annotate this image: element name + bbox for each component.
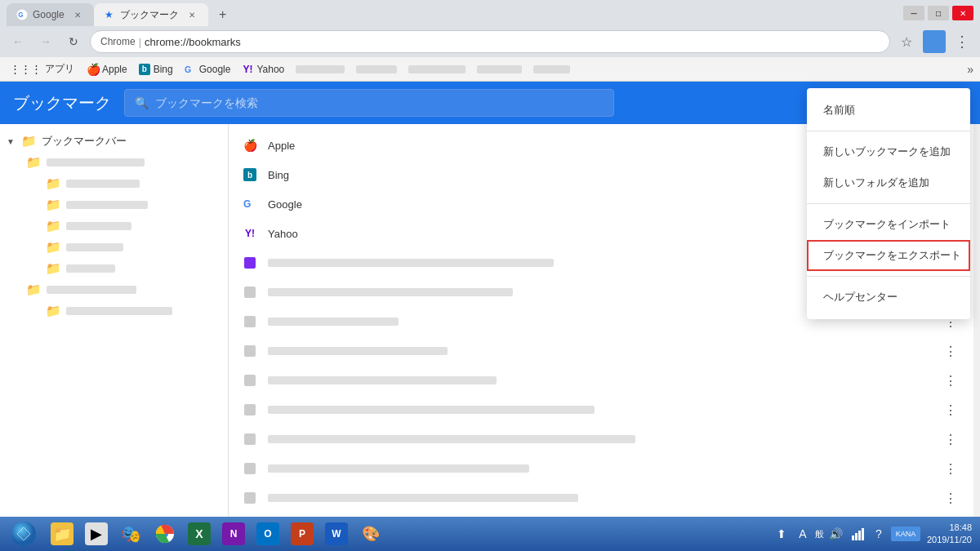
tab-bookmarks-close[interactable]: ✕ xyxy=(185,8,198,21)
maximize-button[interactable]: □ xyxy=(928,6,949,20)
bookmark-star-button[interactable]: ☆ xyxy=(895,30,918,53)
svg-rect-9 xyxy=(858,531,861,540)
menu-divider1 xyxy=(807,131,970,131)
blurred2-icon xyxy=(242,284,258,300)
yahoo-bar-icon: Y! xyxy=(242,64,253,75)
svg-rect-8 xyxy=(855,533,858,540)
address-protocol: Chrome xyxy=(100,36,136,47)
sub-folder-icon2: 📁 xyxy=(46,176,61,191)
list-item-blurred7[interactable]: ⋮ xyxy=(229,424,973,454)
clock-time: 18:48 xyxy=(927,522,972,534)
search-input[interactable] xyxy=(155,96,604,109)
sidebar-sub-item7[interactable]: 📁 xyxy=(0,279,228,300)
powerpoint-icon: P xyxy=(291,522,314,545)
apps-button[interactable]: ⋮⋮⋮ アプリ xyxy=(7,60,78,78)
bookmarks-bar-more[interactable]: » xyxy=(967,63,973,76)
taskbar-onenote[interactable]: N xyxy=(217,519,250,549)
new-tab-button[interactable]: + xyxy=(212,3,234,26)
menu-sort[interactable]: 名前順 xyxy=(807,95,970,126)
bm-bar-blurred5[interactable] xyxy=(528,64,575,75)
blurred8-menu[interactable]: ⋮ xyxy=(941,459,960,478)
list-item-blurred8[interactable]: ⋮ xyxy=(229,454,973,483)
clock-date: 2019/11/20 xyxy=(927,534,972,546)
tray-icon3: 🔊 xyxy=(827,525,845,543)
taskbar-media[interactable]: ▶ xyxy=(80,519,113,549)
folder-icon: 📁 xyxy=(21,134,37,149)
extension-icon[interactable] xyxy=(923,30,946,53)
ime-indicator[interactable]: KANA xyxy=(891,527,920,541)
list-item-blurred9[interactable]: ⋮ xyxy=(229,483,973,513)
bm-bar-blurred1[interactable] xyxy=(291,64,350,75)
close-button[interactable]: ✕ xyxy=(952,6,973,20)
yahoo-list-icon: Y! xyxy=(242,225,258,242)
sidebar-sub-item8[interactable]: 📁 xyxy=(0,300,228,322)
minimize-button[interactable]: ─ xyxy=(903,6,924,20)
address-bar[interactable]: Chrome | chrome://bookmarks xyxy=(90,30,890,53)
taskbar-excel[interactable]: X xyxy=(183,519,216,549)
sidebar-sub-item1[interactable]: 📁 xyxy=(0,152,228,173)
tab-google-close[interactable]: ✕ xyxy=(71,8,84,21)
tab-bookmarks[interactable]: ★ ブックマーク ✕ xyxy=(94,3,208,26)
sub-folder-icon3: 📁 xyxy=(46,198,61,212)
google-tab-icon: G xyxy=(16,9,28,20)
sidebar-top-label: ブックマークバー xyxy=(42,134,127,149)
blurred9-icon xyxy=(242,490,258,506)
apple-bar-icon: 🍎 xyxy=(87,64,99,75)
sidebar-sub-item2[interactable]: 📁 xyxy=(0,173,228,194)
chrome-icon xyxy=(154,522,176,545)
bm-bar-google[interactable]: G Google xyxy=(180,62,236,77)
forward-button[interactable]: → xyxy=(34,30,57,53)
menu-export[interactable]: ブックマークをエクスポート xyxy=(807,240,970,271)
sub-folder-icon5: 📁 xyxy=(46,240,61,255)
tab-google[interactable]: G Google ✕ xyxy=(7,3,94,26)
taskbar-app1[interactable]: 🎭 xyxy=(114,519,147,549)
taskbar-word[interactable]: W xyxy=(320,519,353,549)
blurred8-icon xyxy=(242,460,258,477)
bm-bar-blurred2[interactable] xyxy=(351,64,402,75)
taskbar-chrome[interactable] xyxy=(149,519,181,549)
paint-icon: 🎨 xyxy=(359,522,382,545)
bm-bar-apple[interactable]: 🍎 Apple xyxy=(82,62,132,77)
google-list-icon: G xyxy=(242,196,258,212)
title-bar: G Google ✕ ★ ブックマーク ✕ + ─ □ ✕ xyxy=(0,0,980,26)
menu-add-folder[interactable]: 新しいフォルダを追加 xyxy=(807,167,970,198)
window-controls: ─ □ ✕ xyxy=(903,6,973,20)
blurred9-menu[interactable]: ⋮ xyxy=(941,488,960,508)
menu-help[interactable]: ヘルプセンター xyxy=(807,282,970,313)
reload-button[interactable]: ↻ xyxy=(62,30,85,53)
sidebar-sub-item5[interactable]: 📁 xyxy=(0,237,228,258)
blurred7-icon xyxy=(242,431,258,447)
taskbar-explorer[interactable]: 📁 xyxy=(46,519,78,549)
list-item-blurred5[interactable]: ⋮ xyxy=(229,366,973,395)
sub-folder-icon7: 📁 xyxy=(26,282,42,297)
blurred7-menu[interactable]: ⋮ xyxy=(941,429,960,449)
blurred4-menu[interactable]: ⋮ xyxy=(941,341,960,361)
sidebar-folder-bookmarksbar[interactable]: ▼ 📁 ブックマークバー xyxy=(0,131,228,152)
sidebar-sub-item4[interactable]: 📁 xyxy=(0,216,228,237)
back-button[interactable]: ← xyxy=(7,30,29,53)
dropdown-menu: 名前順 新しいブックマークを追加 新しいフォルダを追加 ブックマークをインポート… xyxy=(807,88,970,319)
blurred3-icon xyxy=(242,313,258,330)
taskbar-powerpoint[interactable]: P xyxy=(286,519,318,549)
bm-bar-blurred3[interactable] xyxy=(403,64,470,75)
bm-bar-bing[interactable]: b Bing xyxy=(134,62,178,77)
blurred6-menu[interactable]: ⋮ xyxy=(941,400,960,420)
search-box[interactable]: 🔍 xyxy=(124,89,614,117)
page-title: ブックマーク xyxy=(13,92,111,114)
bm-bar-blurred4[interactable] xyxy=(472,64,527,75)
bm-bar-yahoo[interactable]: Y! Yahoo xyxy=(237,62,289,77)
chrome-menu-button[interactable]: ⋮ xyxy=(951,30,973,53)
menu-import[interactable]: ブックマークをインポート xyxy=(807,209,970,240)
apps-label: アプリ xyxy=(45,62,74,76)
list-item-blurred4[interactable]: ⋮ xyxy=(229,336,973,366)
menu-add-bookmark[interactable]: 新しいブックマークを追加 xyxy=(807,136,970,167)
sidebar-sub-item6[interactable]: 📁 xyxy=(0,258,228,279)
scrollbar[interactable] xyxy=(973,124,980,517)
taskbar-paint[interactable]: 🎨 xyxy=(354,519,387,549)
sidebar-sub-item3[interactable]: 📁 xyxy=(0,194,228,216)
start-button[interactable] xyxy=(3,518,44,549)
taskbar-outlook[interactable]: O xyxy=(252,519,284,549)
blurred5-menu[interactable]: ⋮ xyxy=(941,371,960,390)
list-item-blurred6[interactable]: ⋮ xyxy=(229,395,973,424)
svg-text:G: G xyxy=(18,11,23,19)
